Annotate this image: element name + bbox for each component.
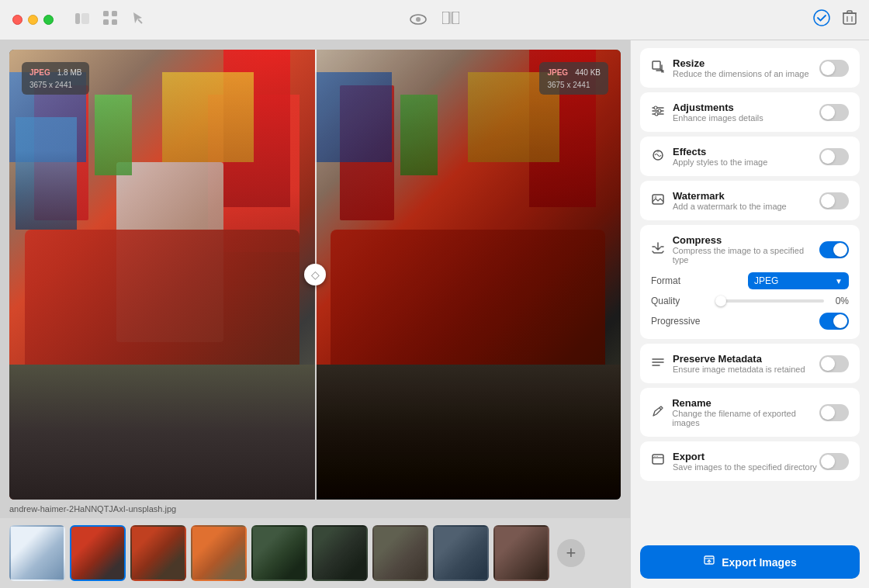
- rename-toggle[interactable]: [819, 404, 849, 421]
- add-image-button[interactable]: +: [557, 539, 585, 567]
- adjustments-toggle[interactable]: [819, 104, 849, 121]
- resize-toggle[interactable]: [819, 60, 849, 77]
- quality-label: Quality: [651, 296, 713, 306]
- thumbnail-4[interactable]: [191, 525, 247, 581]
- original-badge: JPEG 1.8 MB 3675 x 2441: [22, 62, 89, 95]
- traffic-lights: [12, 15, 54, 25]
- adjustments-subtitle: Enhance images details: [673, 113, 763, 123]
- image-compressed: [315, 50, 621, 500]
- grid-view-icon[interactable]: [103, 11, 117, 29]
- rename-text: Rename Change the filename of exported i…: [672, 397, 819, 427]
- svg-line-6: [138, 19, 142, 23]
- format-value: JPEG: [754, 275, 832, 286]
- watermark-text: Watermark Add a watermark to the image: [673, 190, 787, 211]
- thumbnail-3[interactable]: [130, 525, 186, 581]
- svg-point-29: [657, 150, 660, 152]
- export-icon: [651, 454, 665, 469]
- watermark-toggle[interactable]: [819, 192, 849, 209]
- svg-point-26: [658, 109, 661, 112]
- image-viewer[interactable]: JPEG 1.8 MB 3675 x 2441 JPEG 440 KB 3675…: [9, 50, 621, 500]
- effects-header: Effects Apply styles to the image: [651, 146, 849, 167]
- progressive-label: Progressive: [651, 316, 713, 327]
- thumbnail-9[interactable]: [493, 525, 549, 581]
- sidebar-toggle-icon[interactable]: [75, 12, 89, 28]
- export-left: Export Save images to the specified dire…: [651, 451, 817, 472]
- watermark-subtitle: Add a watermark to the image: [673, 202, 787, 211]
- image-original: [9, 50, 315, 500]
- eye-icon[interactable]: [410, 11, 427, 29]
- thumbnail-7[interactable]: [372, 525, 428, 581]
- export-subtitle: Save images to the specified directory: [673, 462, 817, 472]
- effects-title: Effects: [673, 146, 767, 157]
- watermark-icon: [651, 194, 665, 208]
- effects-left: Effects Apply styles to the image: [651, 146, 767, 167]
- preserve-metadata-icon: [651, 356, 665, 372]
- preserve-metadata-section: Preserve Metadata Ensure image metadata …: [640, 344, 860, 383]
- compress-section: Compress Compress the image to a specifi…: [640, 225, 860, 339]
- thumbnail-6[interactable]: [312, 525, 368, 581]
- svg-rect-5: [112, 19, 117, 25]
- preserve-metadata-text: Preserve Metadata Ensure image metadata …: [673, 353, 805, 374]
- export-button-icon: [703, 555, 715, 569]
- thumbnail-2[interactable]: [70, 525, 126, 581]
- svg-rect-13: [843, 13, 856, 24]
- split-view-icon[interactable]: [442, 12, 459, 28]
- original-dims: 3675 x 2441: [29, 79, 81, 91]
- cursor-icon[interactable]: [131, 11, 144, 29]
- quality-slider[interactable]: [721, 299, 824, 303]
- watermark-section: Watermark Add a watermark to the image: [640, 181, 860, 220]
- export-text: Export Save images to the specified dire…: [673, 451, 817, 472]
- format-select[interactable]: JPEG ▼: [748, 272, 849, 289]
- svg-point-25: [654, 106, 657, 109]
- thumbnail-1[interactable]: [9, 525, 65, 581]
- svg-rect-38: [653, 455, 663, 464]
- preserve-metadata-title: Preserve Metadata: [673, 353, 805, 365]
- compress-fields: Format JPEG ▼ Quality: [651, 272, 849, 330]
- export-images-button[interactable]: Export Images: [640, 545, 860, 579]
- left-panel: JPEG 1.8 MB 3675 x 2441 JPEG 440 KB 3675…: [0, 40, 630, 588]
- quality-thumb[interactable]: [715, 296, 726, 306]
- resize-title: Resize: [673, 57, 809, 69]
- effects-toggle[interactable]: [819, 148, 849, 165]
- format-row: Format JPEG ▼: [651, 272, 849, 289]
- resize-icon: [651, 61, 665, 76]
- resize-section: Resize Reduce the dimensions of an image: [640, 48, 860, 88]
- export-toggle[interactable]: [819, 453, 849, 470]
- rename-header: Rename Change the filename of exported i…: [651, 397, 849, 427]
- watermark-header: Watermark Add a watermark to the image: [651, 190, 849, 211]
- confirm-icon[interactable]: [813, 9, 830, 30]
- export-section: Export Save images to the specified dire…: [640, 441, 860, 481]
- preserve-metadata-subtitle: Ensure image metadata is retained: [673, 365, 805, 374]
- compressed-dims: 3675 x 2441: [547, 79, 601, 91]
- compress-icon: [651, 242, 665, 258]
- watermark-left: Watermark Add a watermark to the image: [651, 190, 787, 211]
- trash-icon[interactable]: [843, 10, 857, 29]
- svg-point-31: [655, 195, 657, 198]
- adjustments-header: Adjustments Enhance images details: [651, 102, 849, 123]
- compressed-size: 440 KB: [575, 68, 601, 77]
- export-title: Export: [673, 451, 817, 462]
- thumbnail-5[interactable]: [251, 525, 307, 581]
- rename-title: Rename: [672, 397, 819, 409]
- export-button-container: Export Images: [631, 536, 869, 588]
- maximize-button[interactable]: [43, 15, 54, 25]
- thumbnail-8[interactable]: [433, 525, 489, 581]
- compress-title: Compress: [673, 234, 819, 246]
- format-label: Format: [651, 275, 713, 286]
- thumbnail-strip: +: [0, 518, 630, 588]
- resize-left: Resize Reduce the dimensions of an image: [651, 57, 809, 78]
- split-handle[interactable]: ◇: [304, 264, 326, 285]
- compress-toggle[interactable]: [819, 241, 849, 258]
- progressive-toggle[interactable]: [819, 313, 849, 330]
- watermark-title: Watermark: [673, 190, 787, 202]
- svg-rect-9: [442, 12, 449, 24]
- adjustments-left: Adjustments Enhance images details: [651, 102, 763, 123]
- compress-text: Compress Compress the image to a specifi…: [673, 234, 819, 265]
- svg-rect-18: [653, 61, 660, 69]
- preserve-metadata-header: Preserve Metadata Ensure image metadata …: [651, 353, 849, 374]
- preserve-metadata-toggle[interactable]: [819, 355, 849, 372]
- close-button[interactable]: [12, 15, 23, 25]
- minimize-button[interactable]: [28, 15, 38, 25]
- adjustments-icon: [651, 105, 665, 120]
- rename-subtitle: Change the filename of exported images: [672, 409, 819, 427]
